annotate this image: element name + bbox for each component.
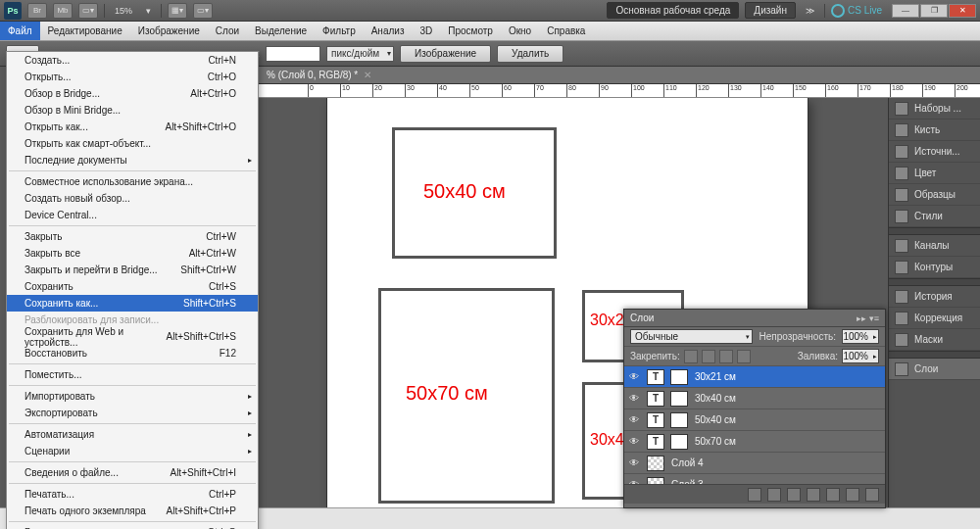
visibility-icon[interactable]: 👁 bbox=[624, 371, 644, 382]
file-menu-item[interactable]: Автоматизация▸ bbox=[7, 426, 258, 443]
file-menu-item[interactable]: Device Central... bbox=[7, 207, 258, 223]
layer-row[interactable]: 👁Слой 4 bbox=[624, 453, 885, 474]
menu-filter[interactable]: Фильтр bbox=[315, 22, 364, 40]
opacity-input[interactable]: 100% bbox=[842, 329, 879, 344]
file-menu-item[interactable]: Последние документы▸ bbox=[7, 152, 258, 168]
blend-mode-dropdown[interactable]: Обычные bbox=[630, 329, 753, 344]
panel-shortcut[interactable]: Каналы bbox=[889, 235, 980, 257]
menu-analysis[interactable]: Анализ bbox=[364, 22, 413, 40]
maximize-button[interactable]: ❐ bbox=[920, 4, 948, 18]
visibility-icon[interactable]: 👁 bbox=[624, 479, 644, 484]
resolution-input[interactable] bbox=[266, 46, 320, 62]
file-menu-item[interactable]: Закрыть всеAlt+Ctrl+W bbox=[7, 245, 258, 262]
panel-menu-icon[interactable]: ▸▸ ▾≡ bbox=[857, 313, 879, 323]
file-menu-item[interactable]: СохранитьCtrl+S bbox=[7, 278, 258, 295]
file-menu-item[interactable]: Обзор в Mini Bridge... bbox=[7, 102, 258, 119]
panel-shortcut[interactable]: Коррекция bbox=[889, 308, 980, 329]
view-mode-icon[interactable]: ▭▾ bbox=[78, 3, 98, 19]
file-menu-item[interactable]: Обзор в Bridge...Alt+Ctrl+O bbox=[7, 85, 258, 102]
file-menu-item[interactable]: Сценарии▸ bbox=[7, 443, 258, 459]
layer-thumbnail[interactable] bbox=[670, 391, 688, 407]
file-menu-item[interactable]: ВыходCtrl+Q bbox=[7, 524, 258, 529]
fill-input[interactable]: 100% bbox=[842, 349, 879, 363]
file-menu-item[interactable]: ВосстановитьF12 bbox=[7, 345, 258, 361]
trash-icon[interactable] bbox=[865, 488, 879, 502]
document-tab[interactable]: % (Слой 0, RGB/8) * ✕ bbox=[259, 67, 980, 84]
arrange-icon[interactable]: ▦▾ bbox=[168, 3, 187, 19]
layer-name[interactable]: Слой 4 bbox=[667, 457, 704, 468]
layer-name[interactable]: Слой 3 bbox=[667, 479, 704, 484]
link-layers-icon[interactable] bbox=[748, 488, 761, 502]
front-image-button[interactable]: Изображение bbox=[400, 45, 491, 63]
layer-thumbnail[interactable]: T bbox=[647, 434, 664, 450]
file-menu-item[interactable]: Открыть как смарт-объект... bbox=[7, 135, 258, 152]
close-icon[interactable]: ✕ bbox=[364, 70, 371, 80]
minibridge-icon[interactable]: Mb bbox=[53, 3, 73, 19]
close-button[interactable]: ✕ bbox=[949, 4, 976, 18]
menu-file[interactable]: Файл bbox=[0, 22, 40, 40]
file-menu-item[interactable]: Экспортировать▸ bbox=[7, 405, 258, 421]
layer-name[interactable]: 30х40 см bbox=[691, 393, 736, 404]
visibility-icon[interactable]: 👁 bbox=[624, 414, 644, 425]
menu-help[interactable]: Справка bbox=[539, 22, 593, 40]
chevron-down-icon[interactable]: ▾ bbox=[142, 6, 155, 16]
minimize-button[interactable]: — bbox=[892, 4, 919, 18]
panel-shortcut[interactable]: Контуры bbox=[889, 257, 980, 278]
visibility-icon[interactable]: 👁 bbox=[624, 436, 644, 447]
lock-all-icon[interactable] bbox=[737, 350, 751, 363]
menu-image[interactable]: Изображение bbox=[130, 22, 208, 40]
lock-transparent-icon[interactable] bbox=[684, 350, 698, 363]
layer-name[interactable]: 50х70 см bbox=[691, 436, 736, 447]
menu-select[interactable]: Выделение bbox=[247, 22, 315, 40]
file-menu-item[interactable]: Сохранить для Web и устройств...Alt+Shif… bbox=[7, 328, 258, 345]
visibility-icon[interactable]: 👁 bbox=[624, 393, 644, 404]
file-menu-item[interactable]: Совместное использование экрана... bbox=[7, 173, 258, 190]
panel-shortcut[interactable]: Слои bbox=[889, 359, 980, 380]
bridge-icon[interactable]: Br bbox=[27, 3, 47, 19]
panel-shortcut[interactable]: Цвет bbox=[889, 163, 980, 184]
layer-thumbnail[interactable]: T bbox=[647, 412, 664, 428]
panel-shortcut[interactable]: Стили bbox=[889, 206, 980, 227]
layer-row[interactable]: 👁Слой 3 bbox=[624, 474, 885, 484]
layer-thumbnail[interactable] bbox=[670, 369, 688, 385]
layer-thumbnail[interactable]: T bbox=[647, 391, 664, 407]
layer-style-icon[interactable] bbox=[767, 488, 781, 502]
lock-position-icon[interactable] bbox=[719, 350, 733, 363]
panel-shortcut[interactable]: Образцы bbox=[889, 184, 980, 206]
panel-shortcut[interactable]: История bbox=[889, 286, 980, 308]
menu-edit[interactable]: Редактирование bbox=[40, 22, 130, 40]
layer-thumbnail[interactable]: T bbox=[647, 369, 664, 385]
file-menu-item[interactable]: Сведения о файле...Alt+Shift+Ctrl+I bbox=[7, 464, 258, 481]
units-dropdown[interactable]: пикс/дюйм bbox=[326, 46, 394, 62]
file-menu-item[interactable]: Открыть как...Alt+Shift+Ctrl+O bbox=[7, 119, 258, 135]
screen-mode-icon[interactable]: ▭▾ bbox=[193, 3, 213, 19]
lock-pixels-icon[interactable] bbox=[702, 350, 715, 363]
workspace-more[interactable]: ≫ bbox=[802, 6, 818, 16]
adjustment-layer-icon[interactable] bbox=[807, 488, 820, 502]
layers-list[interactable]: 👁T30х21 см👁T30х40 см👁T50х40 см👁T50х70 см… bbox=[624, 366, 885, 484]
layer-row[interactable]: 👁T50х70 см bbox=[624, 431, 885, 453]
group-icon[interactable] bbox=[826, 488, 840, 502]
file-menu-item[interactable]: Поместить... bbox=[7, 366, 258, 383]
layer-thumbnail[interactable] bbox=[670, 434, 688, 450]
layer-row[interactable]: 👁T50х40 см bbox=[624, 409, 885, 431]
panel-shortcut[interactable]: Кисть bbox=[889, 120, 980, 141]
layer-thumbnail[interactable] bbox=[647, 477, 664, 485]
layer-name[interactable]: 30х21 см bbox=[691, 371, 736, 382]
file-menu-item[interactable]: ЗакрытьCtrl+W bbox=[7, 228, 258, 245]
workspace-design-button[interactable]: Дизайн bbox=[745, 2, 796, 19]
layer-thumbnail[interactable] bbox=[647, 456, 664, 471]
menu-layer[interactable]: Слои bbox=[208, 22, 247, 40]
layer-row[interactable]: 👁T30х21 см bbox=[624, 366, 885, 388]
file-menu-item[interactable]: Создать новый обзор... bbox=[7, 190, 258, 207]
layer-thumbnail[interactable] bbox=[670, 412, 688, 428]
menu-3d[interactable]: 3D bbox=[412, 22, 440, 40]
ruler-horizontal[interactable]: 0102030405060708090100110120130140150160… bbox=[259, 84, 980, 98]
file-menu-item[interactable]: Печатать...Ctrl+P bbox=[7, 486, 258, 503]
layer-name[interactable]: 50х40 см bbox=[691, 414, 736, 425]
layers-panel[interactable]: Слои ▸▸ ▾≡ Обычные Непрозрачность: 100% … bbox=[623, 309, 886, 508]
panel-shortcut[interactable]: Источни... bbox=[889, 141, 980, 163]
menu-window[interactable]: Окно bbox=[501, 22, 539, 40]
cslive-button[interactable]: CS Live bbox=[831, 4, 882, 18]
file-menu-item[interactable]: Сохранить как...Shift+Ctrl+S bbox=[7, 295, 258, 312]
